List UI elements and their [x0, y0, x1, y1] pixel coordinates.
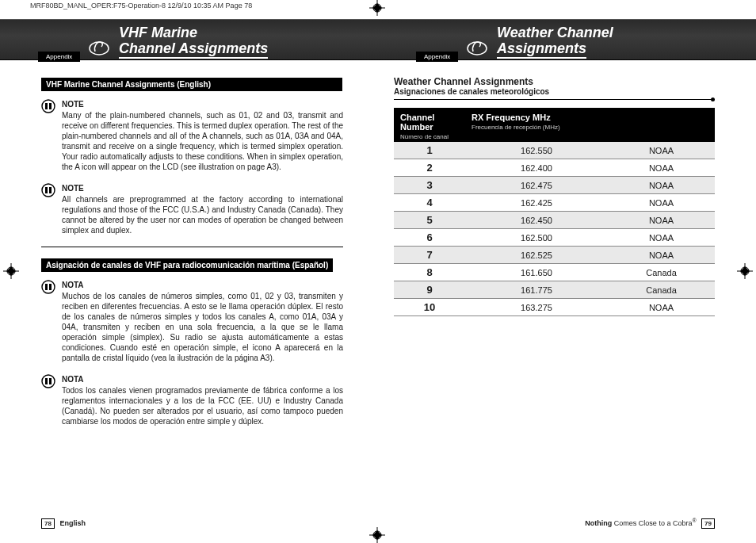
cell-source: NOAA [608, 159, 715, 177]
cobra-snake-icon [89, 36, 109, 56]
cell-source: NOAA [608, 299, 715, 316]
note-icon [41, 374, 55, 388]
cell-frequency: 161.650 [465, 264, 608, 281]
table-row: 4162.425NOAA [394, 194, 715, 212]
cell-channel: 10 [394, 299, 465, 316]
cell-frequency: 161.775 [465, 281, 608, 299]
banner-left-line2: Channel Assignments [119, 40, 268, 59]
cell-frequency: 162.400 [465, 159, 608, 177]
section-bar-english: VHF Marine Channel Assignments (English) [41, 78, 342, 91]
table-row: 6162.500NOAA [394, 229, 715, 247]
note-body: NOTE Many of the plain-numbered channels… [62, 99, 343, 172]
col-header-freq-label: RX Frequency MHz [472, 113, 551, 122]
cell-frequency: 162.450 [465, 212, 608, 229]
svg-rect-23 [49, 187, 52, 193]
print-job-header: MRF80BD_MANL_OPER:F75-Operation-8 12/9/1… [30, 2, 252, 10]
svg-rect-7 [372, 530, 381, 539]
page-content: VHF Marine Channel Assignments (English)… [0, 70, 756, 522]
weather-heading-block: Weather Channel Assignments Asignaciones… [394, 76, 715, 100]
svg-point-16 [90, 42, 109, 55]
cell-channel: 9 [394, 281, 465, 299]
col-header-freq-sub: Frecuencia de recepción (MHz) [472, 124, 708, 131]
note-text-content: Many of the plain-numbered channels, suc… [62, 111, 343, 171]
cell-channel: 3 [394, 177, 465, 194]
nota-body: NOTA Todos los canales vienen programado… [62, 374, 343, 426]
cell-frequency: 162.500 [465, 229, 608, 247]
cell-frequency: 162.550 [465, 142, 608, 159]
cell-channel: 6 [394, 229, 465, 247]
table-row: 3162.475NOAA [394, 177, 715, 194]
nota-text-content: Muchos de los canales de números simples… [62, 292, 343, 362]
cell-channel: 2 [394, 159, 465, 177]
cell-channel: 4 [394, 194, 465, 212]
page-banner: VHF Marine Channel Assignments Appendix … [0, 19, 756, 60]
footer-tagline-bold: Nothing [585, 519, 612, 527]
table-row: 1162.550NOAA [394, 142, 715, 159]
note-icon [41, 99, 55, 113]
left-column: VHF Marine Channel Assignments (English)… [0, 70, 378, 522]
cell-source: NOAA [608, 142, 715, 159]
nota-label: NOTA [62, 374, 343, 384]
note-label: NOTE [62, 183, 343, 193]
cell-frequency: 162.475 [465, 177, 608, 194]
registration-mark-icon [369, 527, 385, 543]
page-number-right: 79 [701, 518, 715, 529]
nota-label: NOTA [62, 280, 343, 290]
weather-subtitle: Asignaciones de canales meteorológicos [394, 87, 715, 96]
svg-rect-26 [49, 284, 52, 290]
note-text-content: All channels are preprogrammed at the fa… [62, 195, 343, 235]
cell-frequency: 163.275 [465, 299, 608, 316]
cell-source: Canada [608, 264, 715, 281]
nota-text-content: Todos los canales vienen programados pre… [62, 386, 343, 426]
table-row: 10163.275NOAA [394, 299, 715, 316]
svg-rect-19 [45, 103, 48, 109]
trademark-icon: ® [692, 518, 696, 523]
banner-left-title: VHF Marine Channel Assignments [119, 25, 268, 59]
svg-rect-25 [45, 284, 48, 290]
svg-point-27 [42, 375, 55, 388]
page-number-left: 78 [41, 518, 55, 529]
table-row: 9161.775Canada [394, 281, 715, 299]
weather-channel-table: Channel Number Número de canal RX Freque… [394, 108, 715, 316]
nota-block: NOTA Muchos de los canales de números si… [41, 280, 343, 363]
banner-left: VHF Marine Channel Assignments Appendix [0, 20, 378, 59]
footer-left-lang: English [59, 519, 86, 527]
svg-point-24 [42, 281, 55, 293]
print-job-text: MRF80BD_MANL_OPER:F75-Operation-8 12/9/1… [30, 2, 252, 10]
appendix-tab-right: Appendix [416, 52, 458, 62]
cell-source: NOAA [608, 229, 715, 247]
cell-frequency: 162.425 [465, 194, 608, 212]
svg-rect-29 [49, 378, 52, 384]
table-row: 2162.400NOAA [394, 159, 715, 177]
footer-right: Nothing Comes Close to a Cobra® 79 [585, 518, 715, 529]
cell-source: NOAA [608, 247, 715, 264]
page-footer: 78 English Nothing Comes Close to a Cobr… [0, 518, 756, 529]
nota-body: NOTA Muchos de los canales de números si… [62, 280, 343, 363]
cell-source: NOAA [608, 194, 715, 212]
note-body: NOTE All channels are preprogrammed at t… [62, 183, 343, 235]
section-bar-spanish: Asignación de canales de VHF para radioc… [41, 258, 333, 272]
svg-rect-22 [45, 187, 48, 193]
cell-source: NOAA [608, 177, 715, 194]
table-row: 5162.450NOAA [394, 212, 715, 229]
rule-end-dot-icon [711, 98, 715, 101]
weather-title: Weather Channel Assignments [394, 76, 715, 87]
svg-rect-28 [45, 378, 48, 384]
table-row: 8161.650Canada [394, 264, 715, 281]
col-header-channel-label: Channel Number [400, 113, 434, 132]
svg-point-17 [468, 42, 487, 55]
banner-left-line1: VHF Marine [119, 25, 268, 40]
svg-point-21 [42, 184, 55, 197]
cell-channel: 1 [394, 142, 465, 159]
cobra-snake-icon [467, 36, 487, 56]
banner-right-title: Weather Channel Assignments [497, 25, 613, 59]
cell-channel: 5 [394, 212, 465, 229]
note-block: NOTE All channels are preprogrammed at t… [41, 183, 343, 235]
footer-left: 78 English [41, 518, 86, 529]
cell-channel: 7 [394, 247, 465, 264]
col-header-channel-sub: Número de canal [400, 133, 459, 140]
table-row: 7162.525NOAA [394, 247, 715, 264]
svg-rect-20 [49, 103, 52, 109]
svg-rect-3 [372, 3, 381, 12]
cell-source: Canada [608, 281, 715, 299]
